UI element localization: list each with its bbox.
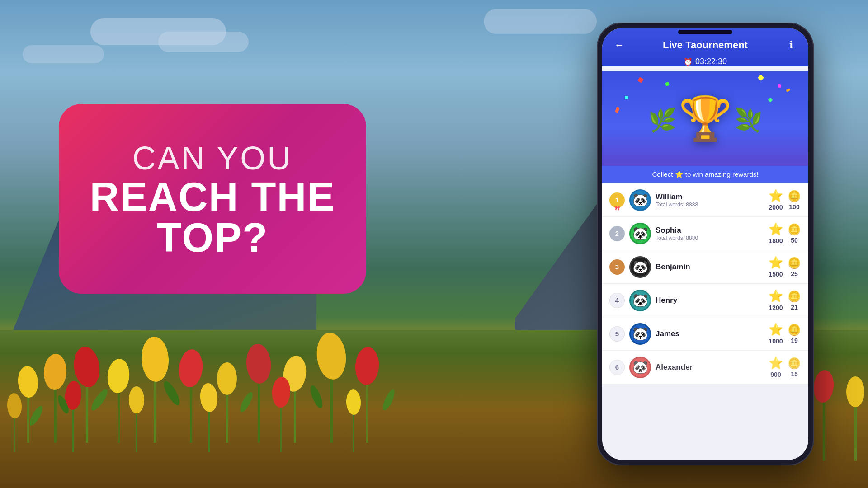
app-nav: ← Live Taournement ℹ bbox=[611, 37, 799, 53]
laurel-right: 🌿 bbox=[735, 107, 763, 133]
avatar-3: 🐼 bbox=[629, 256, 651, 278]
avatar-4: 🐼 bbox=[629, 290, 651, 311]
coin-count-1: 100 bbox=[789, 203, 799, 211]
score-star-2: ⭐ 1800 bbox=[769, 222, 783, 244]
star-count-3: 1500 bbox=[769, 271, 783, 278]
cloud-4 bbox=[23, 45, 104, 63]
coin-stack-3: 🪙 bbox=[788, 257, 801, 269]
promo-card: CAN YOU REACH THE TOP? bbox=[59, 104, 366, 294]
timer-row: ⏰ 03:22:30 bbox=[611, 57, 799, 66]
score-star-5: ⭐ 1000 bbox=[769, 323, 783, 345]
star-count-5: 1000 bbox=[769, 338, 783, 345]
player-name-2: Sophia bbox=[656, 226, 764, 235]
coin-stack-1: 🪙 bbox=[788, 190, 801, 202]
coin-stack-2: 🪙 bbox=[788, 223, 801, 236]
promo-line2: REACH THE bbox=[90, 177, 335, 217]
score-star-3: ⭐ 1500 bbox=[769, 256, 783, 278]
coin-group-1: 🪙 100 bbox=[788, 190, 801, 211]
player-name-4: Henry bbox=[656, 296, 764, 305]
star-count-6: 900 bbox=[770, 371, 781, 378]
rank-badge-4: 4 bbox=[609, 293, 625, 308]
coin-count-6: 15 bbox=[791, 371, 798, 378]
phone-screen: ← Live Taournement ℹ ⏰ 03:22:30 bbox=[602, 28, 808, 460]
star-icon-6: ⭐ bbox=[769, 356, 783, 370]
player-info-3: Benjamin bbox=[656, 263, 764, 272]
coin-count-3: 25 bbox=[791, 270, 798, 277]
player-name-1: William bbox=[656, 192, 764, 202]
coin-group-5: 🪙 19 bbox=[788, 324, 801, 344]
ribbon-1: 🎀 bbox=[614, 206, 620, 211]
confetti-4 bbox=[778, 84, 782, 88]
player-info-2: Sophia Total words: 8880 bbox=[656, 226, 764, 241]
leaderboard: 1 🎀 🐼 William Total words: 8888 ⭐ 2000 🪙 bbox=[602, 183, 808, 384]
coin-group-2: 🪙 50 bbox=[788, 223, 801, 244]
star-icon-1: ⭐ bbox=[769, 189, 783, 203]
avatar-5: 🐼 bbox=[629, 323, 651, 345]
laurel-left: 🌿 bbox=[648, 107, 676, 133]
player-name-6: Alexander bbox=[656, 363, 764, 372]
phone-device: ← Live Taournement ℹ ⏰ 03:22:30 bbox=[597, 23, 814, 465]
cloud-2 bbox=[158, 32, 249, 52]
confetti-6 bbox=[786, 88, 790, 92]
confetti-1 bbox=[637, 77, 644, 83]
player-words-2: Total words: 8880 bbox=[656, 235, 764, 241]
score-star-4: ⭐ 1200 bbox=[769, 289, 783, 311]
coin-count-4: 21 bbox=[791, 304, 798, 311]
coin-group-6: 🪙 15 bbox=[788, 357, 801, 378]
app-title: Live Taournement bbox=[627, 39, 783, 51]
coin-stack-5: 🪙 bbox=[788, 324, 801, 336]
star-count-1: 2000 bbox=[769, 204, 783, 211]
rank-badge-2: 2 bbox=[609, 226, 625, 241]
coin-stack-6: 🪙 bbox=[788, 357, 801, 370]
player-info-1: William Total words: 8888 bbox=[656, 192, 764, 208]
rank-badge-3: 3 bbox=[609, 259, 625, 275]
player-info-6: Alexander bbox=[656, 363, 764, 372]
info-button[interactable]: ℹ bbox=[783, 37, 799, 53]
phone-notch bbox=[678, 30, 732, 34]
star-icon-5: ⭐ bbox=[769, 323, 783, 337]
coin-count-2: 50 bbox=[791, 237, 798, 244]
timer-icon: ⏰ bbox=[684, 57, 693, 66]
rank-badge-5: 5 bbox=[609, 326, 625, 342]
collect-banner: Collect ⭐ to win amazing rewards! bbox=[602, 166, 808, 183]
timer-value: 03:22:30 bbox=[695, 57, 727, 66]
player-name-3: Benjamin bbox=[656, 263, 764, 272]
promo-line1: CAN YOU bbox=[132, 140, 293, 177]
leaderboard-row-4: 4 🐼 Henry ⭐ 1200 🪙 21 bbox=[602, 284, 808, 317]
player-info-5: James bbox=[656, 329, 764, 338]
rank-badge-1: 1 🎀 bbox=[609, 192, 625, 208]
cloud-3 bbox=[484, 9, 597, 34]
score-star-1: ⭐ 2000 bbox=[769, 189, 783, 211]
coin-count-5: 19 bbox=[791, 337, 798, 344]
confetti-3 bbox=[758, 75, 764, 81]
coin-stack-4: 🪙 bbox=[788, 290, 801, 303]
confetti-2 bbox=[665, 82, 670, 86]
phone-frame: ← Live Taournement ℹ ⏰ 03:22:30 bbox=[597, 23, 814, 465]
confetti-7 bbox=[615, 107, 620, 113]
player-words-1: Total words: 8888 bbox=[656, 202, 764, 208]
player-info-4: Henry bbox=[656, 296, 764, 305]
score-star-6: ⭐ 900 bbox=[769, 356, 783, 378]
player-name-5: James bbox=[656, 329, 764, 338]
coin-group-4: 🪙 21 bbox=[788, 290, 801, 311]
coin-group-3: 🪙 25 bbox=[788, 257, 801, 277]
trophy-area: 🌿 🏆 🌿 bbox=[602, 71, 808, 166]
leaderboard-row-3: 3 🐼 Benjamin ⭐ 1500 🪙 25 bbox=[602, 250, 808, 284]
trophy-group: 🌿 🏆 🌿 bbox=[648, 97, 763, 140]
star-icon-3: ⭐ bbox=[769, 256, 783, 270]
avatar-1: 🐼 bbox=[629, 189, 651, 211]
rank-badge-6: 6 bbox=[609, 360, 625, 375]
leaderboard-row-5: 5 🐼 James ⭐ 1000 🪙 19 bbox=[602, 317, 808, 351]
star-count-4: 1200 bbox=[769, 304, 783, 311]
back-button[interactable]: ← bbox=[611, 37, 627, 53]
leaderboard-row-6: 6 🐼 Alexander ⭐ 900 🪙 15 bbox=[602, 351, 808, 384]
star-icon-4: ⭐ bbox=[769, 289, 783, 303]
confetti-8 bbox=[768, 97, 773, 102]
promo-line3: TOP? bbox=[157, 217, 268, 258]
avatar-6: 🐼 bbox=[629, 357, 651, 378]
leaderboard-row-2: 2 🐼 Sophia Total words: 8880 ⭐ 1800 🪙 50 bbox=[602, 217, 808, 250]
star-count-2: 1800 bbox=[769, 237, 783, 244]
star-icon-2: ⭐ bbox=[769, 222, 783, 236]
leaderboard-row-1: 1 🎀 🐼 William Total words: 8888 ⭐ 2000 🪙 bbox=[602, 183, 808, 217]
trophy-main: 🏆 bbox=[679, 97, 732, 140]
